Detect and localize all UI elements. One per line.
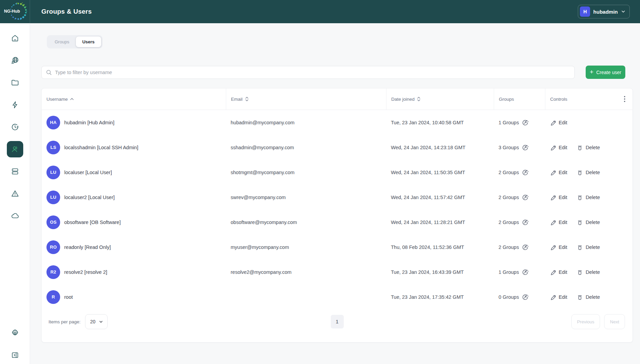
table-row: OS obsoftware [OB Software] obsoftware@m… bbox=[42, 210, 632, 235]
sort-both-icon bbox=[417, 97, 421, 101]
table-body: HA hubadmin [Hub Admin] hubadmin@mycompa… bbox=[42, 110, 632, 309]
sidebar-item-users[interactable] bbox=[7, 141, 23, 157]
next-page-button[interactable]: Next bbox=[604, 314, 625, 329]
table-options-menu[interactable] bbox=[617, 88, 632, 110]
edit-pencil-icon bbox=[550, 269, 556, 275]
edit-pencil-icon bbox=[550, 169, 556, 176]
email-cell: shotmgmt@mycompany.com bbox=[226, 170, 386, 175]
groups-gauge-icon[interactable] bbox=[522, 294, 529, 300]
delete-trash-icon bbox=[577, 269, 583, 275]
sidebar-collapse-toggle[interactable] bbox=[7, 347, 23, 363]
delete-button[interactable]: Delete bbox=[577, 169, 600, 176]
sidebar-item-servers[interactable] bbox=[7, 163, 23, 180]
username-text: resolve2 [resolve 2] bbox=[64, 269, 107, 275]
controls-cell: Edit Delete bbox=[545, 219, 617, 225]
warning-icon bbox=[11, 189, 19, 198]
delete-button[interactable]: Delete bbox=[577, 144, 600, 151]
delete-trash-icon bbox=[577, 194, 583, 200]
plus-icon: + bbox=[590, 69, 594, 75]
username-cell: LS localsshadmin [Local SSH Admin] bbox=[42, 141, 226, 154]
user-avatar: H bbox=[580, 6, 590, 17]
date-joined-cell: Wed, 24 Jan 2024, 14:23:18 GMT bbox=[386, 145, 494, 150]
edit-button[interactable]: Edit bbox=[550, 169, 567, 176]
sidebar-item-actions[interactable] bbox=[7, 97, 23, 113]
delete-button[interactable]: Delete bbox=[577, 194, 600, 200]
items-per-page-value: 20 bbox=[90, 319, 96, 324]
avatar: R2 bbox=[46, 265, 60, 279]
controls-cell: Edit Delete bbox=[545, 169, 617, 176]
groups-gauge-icon[interactable] bbox=[522, 244, 529, 251]
groups-gauge-icon[interactable] bbox=[522, 169, 529, 176]
date-joined-cell: Thu, 08 Feb 2024, 11:52:36 GMT bbox=[386, 244, 494, 250]
edit-button[interactable]: Edit bbox=[550, 144, 567, 151]
username-cell: R2 resolve2 [resolve 2] bbox=[42, 265, 226, 279]
delete-button[interactable]: Delete bbox=[577, 294, 600, 300]
home-icon bbox=[11, 34, 19, 43]
delete-button[interactable]: Delete bbox=[577, 219, 600, 225]
sidebar-item-alerts[interactable] bbox=[7, 185, 23, 202]
groups-gauge-icon[interactable] bbox=[522, 269, 529, 276]
table-row: R2 resolve2 [resolve 2] resolve2@mycompa… bbox=[42, 260, 632, 284]
email-cell: swrev@mycompany.com bbox=[226, 195, 386, 200]
column-header-date-joined[interactable]: Date joined bbox=[386, 88, 494, 110]
chevron-down-icon bbox=[621, 9, 626, 14]
username-cell: R root bbox=[42, 290, 226, 304]
current-page-indicator[interactable]: 1 bbox=[331, 315, 344, 328]
edit-button[interactable]: Edit bbox=[550, 219, 567, 225]
items-per-page-select[interactable]: 20 bbox=[85, 314, 108, 329]
delete-label: Delete bbox=[586, 294, 600, 300]
avatar: HA bbox=[46, 116, 60, 129]
groups-count: 3 Groups bbox=[499, 145, 519, 150]
groups-gauge-icon[interactable] bbox=[522, 119, 529, 126]
previous-page-button[interactable]: Previous bbox=[571, 314, 600, 329]
sidebar-item-settings[interactable] bbox=[7, 325, 23, 341]
tab-groups[interactable]: Groups bbox=[48, 37, 76, 47]
delete-button[interactable]: Delete bbox=[577, 269, 600, 275]
column-header-email[interactable]: Email bbox=[226, 88, 386, 110]
search-box[interactable] bbox=[41, 66, 575, 79]
ng-hub-logo[interactable]: NG-Hub bbox=[0, 0, 30, 23]
main-content: Groups Users + Create user Username bbox=[30, 23, 640, 364]
delete-trash-icon bbox=[577, 169, 583, 176]
delete-label: Delete bbox=[586, 220, 600, 225]
edit-pencil-icon bbox=[550, 194, 556, 200]
column-header-username[interactable]: Username bbox=[42, 88, 226, 110]
edit-button[interactable]: Edit bbox=[550, 269, 567, 275]
username-cell: RO readonly [Read Only] bbox=[42, 240, 226, 254]
kebab-menu-icon bbox=[624, 96, 625, 102]
groups-gauge-icon[interactable] bbox=[522, 144, 529, 151]
controls-cell: Edit Delete bbox=[545, 244, 617, 250]
lightning-icon bbox=[11, 100, 19, 109]
username-cell: LU localuser2 [Local User] bbox=[42, 191, 226, 204]
sidebar-item-home[interactable] bbox=[7, 30, 23, 46]
edit-button[interactable]: Edit bbox=[550, 194, 567, 200]
delete-button[interactable]: Delete bbox=[577, 244, 600, 250]
username-text: obsoftware [OB Software] bbox=[64, 220, 121, 225]
date-joined-cell: Wed, 24 Jan 2024, 11:28:21 GMT bbox=[386, 220, 494, 225]
edit-button[interactable]: Edit bbox=[550, 294, 567, 300]
sidebar-item-history[interactable] bbox=[7, 119, 23, 135]
delete-trash-icon bbox=[577, 244, 583, 250]
sidebar-item-cloud[interactable] bbox=[7, 208, 23, 224]
sidebar-item-projects[interactable] bbox=[7, 74, 23, 91]
sidebar-item-discovery[interactable] bbox=[7, 52, 23, 69]
groups-gauge-icon[interactable] bbox=[522, 219, 529, 226]
create-user-button[interactable]: + Create user bbox=[586, 66, 625, 79]
username-text: hubadmin [Hub Admin] bbox=[64, 120, 114, 125]
tab-users[interactable]: Users bbox=[76, 37, 101, 47]
table-row: LU localuser2 [Local User] swrev@mycompa… bbox=[42, 185, 632, 210]
edit-button[interactable]: Edit bbox=[550, 244, 567, 250]
logo-text: NG-Hub bbox=[4, 9, 20, 14]
toolbar: + Create user bbox=[41, 66, 640, 79]
avatar: OS bbox=[46, 215, 60, 229]
search-input[interactable] bbox=[55, 70, 570, 75]
collapse-panel-icon bbox=[11, 351, 19, 360]
users-table-card: Username Email Date joined bbox=[41, 88, 633, 342]
edit-button[interactable]: Edit bbox=[550, 120, 567, 126]
user-menu[interactable]: H hubadmin bbox=[578, 5, 630, 18]
edit-label: Edit bbox=[559, 170, 567, 175]
controls-cell: Edit Delete bbox=[545, 269, 617, 275]
username-text: readonly [Read Only] bbox=[64, 244, 111, 250]
groups-gauge-icon[interactable] bbox=[522, 194, 529, 201]
table-row: HA hubadmin [Hub Admin] hubadmin@mycompa… bbox=[42, 110, 632, 135]
